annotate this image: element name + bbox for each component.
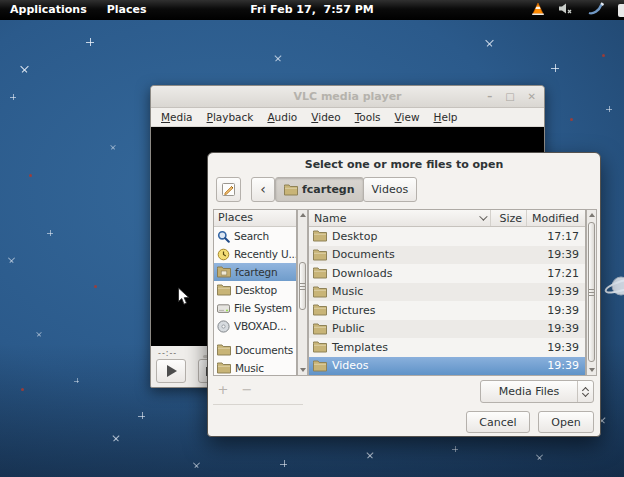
scroll-down-icon[interactable] [587, 365, 596, 375]
type-location-button[interactable] [216, 177, 241, 202]
applications-menu[interactable]: Applications [0, 0, 97, 20]
star-decoration [47, 230, 53, 236]
folder-icon [313, 341, 327, 353]
red-dot-decoration [570, 118, 573, 121]
star-decoration [364, 449, 375, 460]
bookmark-buttons: + − [216, 382, 254, 397]
partial-tray-icon[interactable] [618, 4, 624, 17]
star-decoration [535, 452, 545, 462]
drive-icon [217, 302, 230, 315]
file-row-downloads[interactable]: Downloads17:21 [309, 264, 585, 283]
volume-muted-icon[interactable] [558, 2, 574, 18]
place-label: VBOXAD... [234, 320, 286, 332]
place-label: Documents [235, 344, 293, 356]
star-decoration [7, 255, 17, 265]
file-name: Public [309, 322, 491, 335]
file-type-filter-dropdown[interactable]: Media Files [480, 380, 594, 403]
back-icon: ‹ [260, 181, 266, 197]
place-item-file-system[interactable]: File System [214, 299, 296, 317]
star-decoration [606, 106, 612, 112]
search-icon [217, 230, 230, 243]
column-header-name[interactable]: Name [309, 210, 491, 226]
places-menu[interactable]: Places [97, 0, 157, 20]
file-list-header: Name Size Modified [309, 210, 585, 227]
stylus-icon[interactable] [587, 1, 605, 19]
maximize-icon[interactable]: □ [505, 86, 514, 108]
filter-value: Media Files [481, 385, 577, 398]
vlc-titlebar[interactable]: VLC media player – □ ✕ [151, 86, 544, 108]
column-header-size[interactable]: Size [491, 210, 527, 226]
clock[interactable]: Fri Feb 17, 7:57 PM [250, 0, 373, 20]
file-list-scrollbar[interactable] [586, 209, 597, 376]
breadcrumb-fcartegn[interactable]: fcartegn [275, 177, 364, 202]
star-decoration [280, 460, 287, 467]
name-column-label: Name [314, 212, 346, 225]
folder-icon [217, 362, 231, 374]
place-label: fcartegn [235, 266, 278, 278]
scroll-up-icon[interactable] [587, 210, 596, 220]
place-item-music[interactable]: Music [214, 359, 296, 376]
vlc-cone-icon[interactable] [531, 2, 545, 19]
place-item-search[interactable]: Search [214, 227, 296, 245]
file-row-music[interactable]: Music19:39 [309, 283, 585, 302]
vlc-menu-media[interactable]: Media [154, 111, 200, 123]
back-button[interactable]: ‹ [251, 177, 275, 202]
place-item-recently-u[interactable]: Recently U... [214, 245, 296, 263]
scroll-up-icon[interactable] [298, 210, 307, 220]
file-row-desktop[interactable]: Desktop17:17 [309, 227, 585, 246]
vlc-menu-video[interactable]: Video [304, 111, 347, 123]
cancel-button[interactable]: Cancel [466, 411, 530, 433]
vlc-menu-playback[interactable]: Playback [200, 111, 261, 123]
minimize-icon[interactable]: – [487, 86, 492, 108]
column-header-modified[interactable]: Modified [527, 210, 585, 226]
file-row-templates[interactable]: Templates19:39 [309, 338, 585, 357]
vlc-menu-tools[interactable]: Tools [348, 111, 388, 123]
sidebar-scrollbar-thumb[interactable] [299, 262, 306, 310]
play-button[interactable] [156, 359, 186, 383]
mouse-cursor [177, 287, 190, 309]
file-rows: Desktop17:17Documents19:39Downloads17:21… [309, 227, 585, 375]
red-dot-decoration [21, 388, 24, 391]
breadcrumb-videos[interactable]: Videos [363, 177, 418, 202]
file-modified: 19:39 [527, 359, 585, 372]
folder-icon [313, 286, 327, 298]
file-modified: 19:39 [527, 341, 585, 354]
folder-icon [313, 267, 327, 279]
file-list-scrollbar-thumb[interactable] [588, 222, 595, 362]
place-item-fcartegn[interactable]: fcartegn [214, 263, 296, 281]
file-modified: 19:39 [527, 322, 585, 335]
dropdown-arrows-icon [577, 381, 593, 402]
separator [213, 404, 303, 405]
remove-bookmark-button[interactable]: − [240, 382, 254, 397]
vlc-menubar: MediaPlaybackAudioVideoToolsViewHelp [151, 108, 544, 127]
close-icon[interactable]: ✕ [528, 86, 536, 108]
vlc-menu-view[interactable]: View [388, 111, 427, 123]
file-row-public[interactable]: Public19:39 [309, 320, 585, 339]
star-decoration [452, 446, 458, 452]
folder-icon [313, 323, 327, 335]
place-label: Recently U... [234, 248, 296, 260]
vlc-window-controls: – □ ✕ [487, 86, 536, 108]
vlc-menu-help[interactable]: Help [427, 111, 465, 123]
add-bookmark-button[interactable]: + [216, 382, 230, 397]
star-decoration [138, 412, 145, 419]
open-button[interactable]: Open [538, 411, 594, 433]
vlc-time-elapsed: --:-- [158, 349, 177, 358]
star-decoration [272, 52, 283, 63]
folder-icon [313, 360, 327, 372]
file-row-documents[interactable]: Documents19:39 [309, 246, 585, 265]
breadcrumb-label: Videos [372, 183, 409, 196]
file-modified: 17:17 [527, 230, 585, 243]
place-item-documents[interactable]: Documents [214, 341, 296, 359]
place-item-vboxad[interactable]: VBOXAD... [214, 317, 296, 335]
planet-decoration [600, 270, 624, 302]
file-row-pictures[interactable]: Pictures19:39 [309, 301, 585, 320]
place-item-desktop[interactable]: Desktop [214, 281, 296, 299]
red-dot-decoration [602, 54, 605, 57]
home-folder-icon [217, 266, 231, 278]
vlc-menu-audio[interactable]: Audio [260, 111, 304, 123]
file-row-videos[interactable]: Videos19:39 [309, 357, 585, 376]
file-name: Music [309, 285, 491, 298]
scroll-down-icon[interactable] [298, 365, 307, 375]
sidebar-scrollbar[interactable] [297, 209, 308, 376]
